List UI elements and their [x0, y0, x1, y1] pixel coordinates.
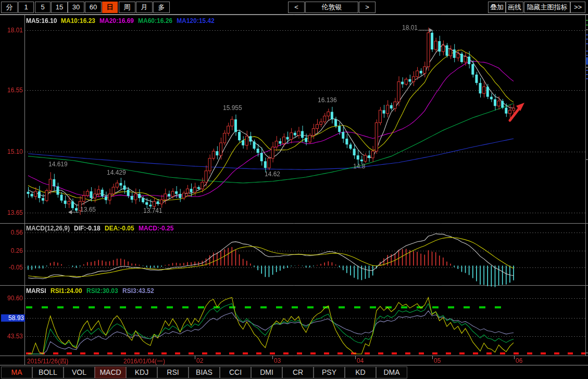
hide-main-indicator-button[interactable]: 隐藏主图指标 [524, 2, 570, 13]
tab-VOL[interactable]: VOL [64, 366, 95, 378]
period-button-日[interactable]: 日 [102, 2, 118, 13]
period-button-周[interactable]: 周 [119, 2, 135, 13]
symbol-name-button[interactable]: 伦敦银 [305, 2, 358, 13]
period-button-5[interactable]: 5 [35, 2, 51, 13]
period-button-30[interactable]: 30 [68, 2, 84, 13]
period-button-月[interactable]: 月 [136, 2, 153, 13]
tab-CR[interactable]: CR [282, 366, 314, 378]
tab-BIAS[interactable]: BIAS [189, 366, 220, 378]
period-button-60[interactable]: 60 [85, 2, 102, 13]
tab-CCI[interactable]: CCI [220, 366, 251, 378]
tab-MA[interactable]: MA [1, 366, 32, 378]
draw-line-button[interactable]: 画线 [506, 2, 523, 13]
symbol-next-button[interactable]: > [359, 2, 376, 13]
tab-PSY[interactable]: PSY [314, 366, 345, 378]
tab-KD[interactable]: KD [345, 366, 376, 378]
tab-DMI[interactable]: DMI [251, 366, 282, 378]
indicator-tab-bar: MABOLLVOLMACDKDJRSIBIASCCIDMICRPSYKDDMA [0, 365, 588, 379]
tab-RSI[interactable]: RSI [157, 366, 189, 378]
period-button-15[interactable]: 15 [51, 2, 68, 13]
overlay-button[interactable]: 叠加 [488, 2, 506, 13]
tab-DMA[interactable]: DMA [376, 366, 407, 378]
period-button-1[interactable]: 1 [18, 2, 34, 13]
tab-MACD[interactable]: MACD [95, 366, 126, 378]
more-tools-button[interactable]: >> [570, 2, 585, 13]
tab-BOLL[interactable]: BOLL [32, 366, 64, 378]
chart-canvas[interactable] [0, 0, 588, 379]
top-toolbar: 分15153060日周月多<伦敦银>叠加画线隐藏主图指标>> [0, 0, 588, 15]
chart-window: 分15153060日周月多<伦敦银>叠加画线隐藏主图指标>> MA5:16.10… [0, 0, 588, 379]
tab-KDJ[interactable]: KDJ [126, 366, 157, 378]
period-button-分[interactable]: 分 [1, 2, 18, 13]
period-button-多[interactable]: 多 [153, 2, 170, 13]
symbol-prev-button[interactable]: < [288, 2, 305, 13]
